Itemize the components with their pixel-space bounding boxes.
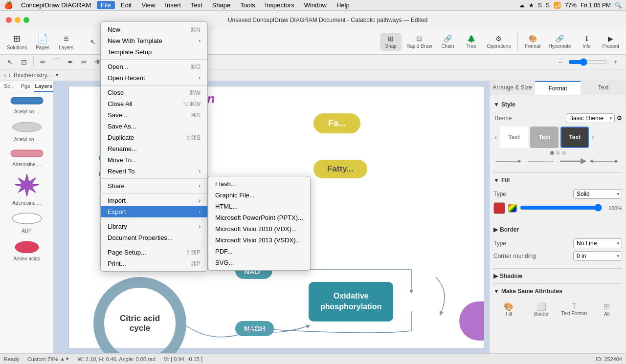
menubar: 🍎 ConceptDraw DIAGRAM File Edit View Ins… [0,0,626,11]
file-menu: New ⌘N New With Template › Template Setu… [100,21,208,272]
export-vsdx[interactable]: Microsoft Visio 2013 (VSDX)... [208,235,310,246]
apple-menu[interactable]: 🍎 [4,1,13,10]
menu-rename-label: Rename... [108,145,137,152]
wifi-icon[interactable]: 📶 [554,2,561,9]
menu-new-template-label: New With Template [108,37,162,44]
export-flash[interactable]: Flash... [208,178,310,190]
menu-import[interactable]: Import › [101,195,207,206]
cloud-icon[interactable]: ☁ [519,2,525,9]
menu-template-setup[interactable]: Template Setup [101,46,207,58]
export-html-label: HTML... [215,203,238,210]
open-recent-arrow-icon: › [199,75,201,81]
menu-print-label: Print... [108,260,126,267]
menu-close-all-label: Close All [108,100,133,107]
menu-overlay[interactable]: New ⌘N New With Template › Template Setu… [0,11,626,364]
export-graphic-file[interactable]: Graphic File... [208,190,310,201]
menu-close-label: Close [108,89,124,96]
menu-open-shortcut: ⌘O [190,64,201,70]
menu-close-all-shortcut: ⌥⌘W [182,101,201,107]
export-flash-label: Flash... [215,180,236,188]
menu-move-to[interactable]: Move To... [101,154,207,166]
export-vdx-label: Microsoft Visio 2010 (VDX)... [215,225,297,233]
library-arrow-icon: › [199,224,201,229]
menu-library-label: Library [108,223,127,230]
menu-duplicate-label: Duplicate [108,134,134,141]
skype-icon[interactable]: S [546,2,550,9]
menu-template-setup-label: Template Setup [108,48,152,56]
menu-rename[interactable]: Rename... [101,143,207,154]
menubar-inspectors[interactable]: Inspectors [261,1,298,9]
menu-duplicate[interactable]: Duplicate ⇧⌘S [101,132,207,143]
menu-duplicate-shortcut: ⇧⌘S [186,134,201,141]
menu-close[interactable]: Close ⌘W [101,87,207,98]
menu-save-as[interactable]: Save As... [101,121,207,132]
menu-new-shortcut: ⌘N [190,26,201,33]
search-icon[interactable]: 🔍 [615,2,622,9]
import-arrow-icon: › [199,198,201,203]
menubar-text[interactable]: Text [187,1,206,9]
menubar-insert[interactable]: Insert [161,1,185,9]
export-vsdx-label: Microsoft Visio 2013 (VSDX)... [215,236,301,244]
datetime: Fri 1:05 PM [581,2,611,9]
menu-import-label: Import [108,197,126,204]
menu-sep-6 [101,245,207,245]
menubar-file[interactable]: File [97,1,115,9]
menu-open[interactable]: Open... ⌘O [101,61,207,72]
battery-icon: 77% [565,2,577,9]
menu-sep-5 [101,219,207,219]
export-pdf-label: PDF... [215,248,232,255]
menubar-shape[interactable]: Shape [208,1,235,9]
export-pptx[interactable]: Microsoft PowerPoint (PPTX)... [208,212,310,223]
share-arrow-icon: › [199,183,201,189]
menu-library[interactable]: Library › [101,221,207,232]
revert-to-arrow-icon: › [199,169,201,174]
export-svg-label: SVG... [215,259,234,266]
new-template-arrow-icon: › [199,38,201,43]
menu-save-shortcut: ⌘S [191,112,201,119]
menubar-help[interactable]: Help [333,1,354,9]
export-pptx-label: Microsoft PowerPoint (PPTX)... [215,214,303,221]
menu-close-all[interactable]: Close All ⌥⌘W [101,98,207,109]
menu-open-label: Open... [108,63,129,70]
menu-save-label: Save... [108,111,127,119]
menu-revert-to[interactable]: Revert To › [101,166,207,177]
menu-sep-4 [101,193,207,193]
menu-page-setup[interactable]: Page Setup... ⇧⌘P [101,247,207,258]
menubar-edit[interactable]: Edit [117,1,135,9]
menu-print[interactable]: Print... ⌘P [101,258,207,269]
menu-print-shortcut: ⌘P [191,260,201,267]
menu-sep-2 [101,85,207,86]
menu-sep-1 [101,59,207,60]
menu-open-recent-label: Open Recent [108,74,145,82]
menu-new-label: New [108,26,120,33]
menu-share-label: Share [108,182,125,190]
export-svg[interactable]: SVG... [208,257,310,268]
menu-share[interactable]: Share › [101,180,207,192]
export-arrow-icon: › [199,209,201,214]
menu-close-shortcut: ⌘W [189,89,201,96]
menu-doc-properties-label: Document Properties... [108,234,173,241]
star-icon[interactable]: ★ [529,2,534,9]
menu-new-with-template[interactable]: New With Template › [101,35,207,46]
menu-export-label: Export [108,208,126,215]
menu-doc-properties[interactable]: Document Properties... [101,232,207,243]
menubar-tools[interactable]: Tools [236,1,259,9]
export-graphic-file-label: Graphic File... [215,192,255,199]
menu-save[interactable]: Save... ⌘S [101,109,207,121]
menubar-right: ☁ ★ S S 📶 77% Fri 1:05 PM 🔍 [519,2,622,9]
menubar-view[interactable]: View [137,1,159,9]
menubar-app[interactable]: ConceptDraw DIAGRAM [17,1,95,9]
menu-export[interactable]: Export › [101,206,207,217]
menu-save-as-label: Save As... [108,123,136,130]
export-vdx[interactable]: Microsoft Visio 2010 (VDX)... [208,223,310,235]
s-icon[interactable]: S [538,2,542,9]
menubar-window[interactable]: Window [300,1,331,9]
menu-page-setup-label: Page Setup... [108,249,146,256]
export-submenu: Flash... Graphic File... HTML... Microso… [208,176,311,271]
menu-move-to-label: Move To... [108,156,137,164]
export-pdf[interactable]: PDF... [208,246,310,257]
export-html[interactable]: HTML... [208,201,310,212]
menu-new[interactable]: New ⌘N [101,24,207,35]
menu-open-recent[interactable]: Open Recent › [101,72,207,84]
menu-page-setup-shortcut: ⇧⌘P [186,249,201,256]
